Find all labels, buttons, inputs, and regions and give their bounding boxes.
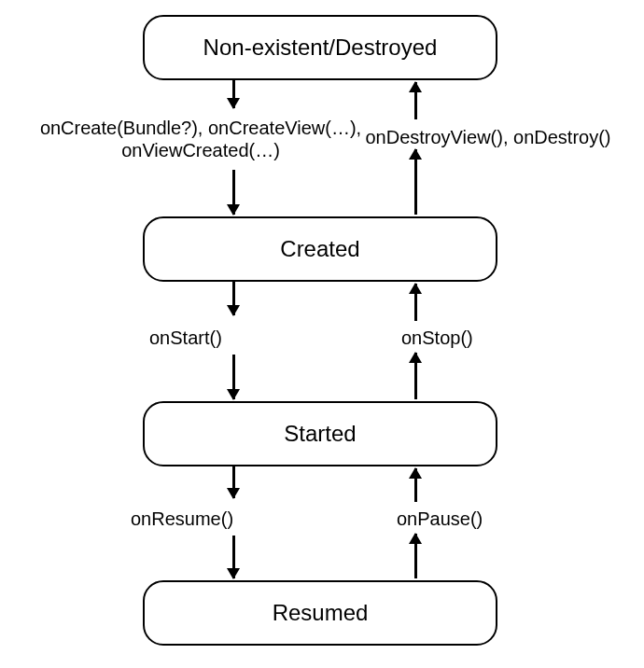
arrow-up-pause-top [414,468,417,502]
arrow-up-destroy-bottom [414,149,417,215]
state-node-nonexistent: Non-existent/Destroyed [143,15,497,80]
edge-label-destroy: onDestroyView(), onDestroy() [353,126,623,148]
arrowhead-up-icon [409,283,422,294]
arrow-up-stop-top [414,284,417,321]
arrowhead-up-icon [409,352,422,363]
state-label: Non-existent/Destroyed [203,35,438,61]
arrowhead-up-icon [409,467,422,479]
state-label: Created [280,236,359,262]
arrowhead-down-icon [227,568,240,579]
arrowhead-down-icon [227,98,240,109]
arrow-up-pause-bottom [414,534,417,578]
edge-label-pause: onPause() [397,508,527,530]
state-label: Started [284,421,356,447]
edge-label-start: onStart() [149,327,261,349]
edge-label-stop: onStop() [401,327,513,349]
arrow-down-resume-bottom [232,536,235,578]
arrowhead-down-icon [227,488,240,499]
arrowhead-up-icon [409,148,422,160]
state-node-resumed: Resumed [143,580,497,646]
arrow-down-resume-top [232,466,235,498]
arrow-down-start-top [232,282,235,315]
arrow-down-create-bottom [232,170,235,215]
arrow-down-create-top [232,80,235,108]
arrow-up-destroy-top [414,82,417,119]
edge-label-create: onCreate(Bundle?), onCreateView(…), onVi… [33,117,369,161]
edge-label-resume: onResume() [131,508,271,530]
arrow-up-stop-bottom [414,353,417,399]
arrowhead-up-icon [409,533,422,544]
state-label: Resumed [273,600,369,626]
lifecycle-diagram: Non-existent/Destroyed Created Started R… [0,0,644,668]
arrowhead-down-icon [227,305,240,316]
arrowhead-up-icon [409,81,422,92]
arrow-down-start-bottom [232,355,235,399]
state-node-started: Started [143,401,497,466]
arrowhead-down-icon [227,204,240,216]
state-node-created: Created [143,216,497,282]
arrowhead-down-icon [227,389,240,400]
